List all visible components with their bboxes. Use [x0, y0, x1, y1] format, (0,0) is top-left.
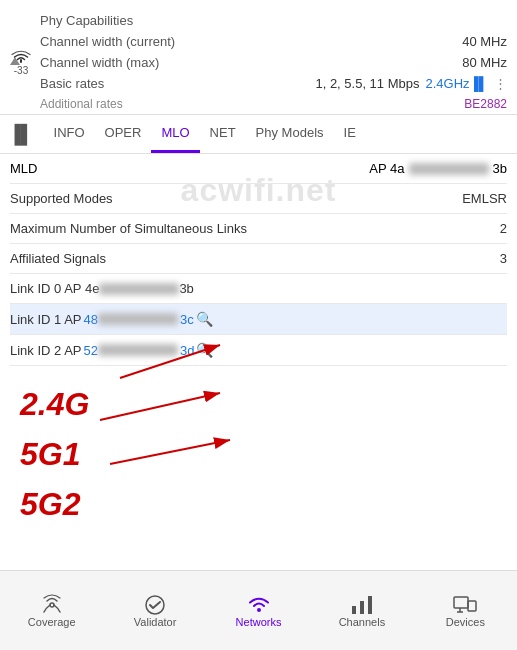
channels-icon	[350, 594, 374, 616]
search-icon-2[interactable]: 🔍	[196, 342, 213, 358]
link1-text: Link ID 1 AP	[10, 312, 82, 327]
affiliated-value: 3	[500, 251, 507, 266]
phy-cap-row: Phy Capabilities	[40, 10, 507, 31]
link2-ip	[98, 344, 178, 356]
link0-ip	[99, 283, 179, 295]
link2-ap-link[interactable]: 52	[84, 343, 98, 358]
svg-rect-6	[352, 606, 356, 614]
mld-ip-blurred	[409, 163, 489, 175]
top-bar: -33 Phy Capabilities Channel width (curr…	[0, 0, 517, 115]
max-links-value: 2	[500, 221, 507, 236]
more-icon[interactable]: ⋮	[494, 76, 507, 91]
networks-label: Networks	[236, 616, 282, 628]
nav-channels[interactable]: Channels	[310, 586, 413, 628]
validator-label: Validator	[134, 616, 177, 628]
dbm-label: -33	[14, 65, 28, 76]
svg-rect-10	[468, 601, 476, 611]
bottom-nav: Coverage Validator Networks Channels	[0, 570, 517, 650]
additional-rates-label: Additional rates	[40, 97, 123, 111]
affiliated-label: Affiliated Signals	[10, 251, 106, 266]
annotation-area: 2.4G 5G1 5G2	[10, 366, 507, 546]
channels-label: Channels	[339, 616, 385, 628]
bar-chart-icon[interactable]: ▐▌	[8, 124, 34, 145]
additional-rates-row: Additional rates BE2882	[40, 94, 507, 114]
nav-devices[interactable]: Devices	[414, 586, 517, 628]
top-header: -33 Phy Capabilities Channel width (curr…	[10, 6, 507, 114]
svg-rect-9	[454, 597, 468, 608]
phy-cap-label: Phy Capabilities	[40, 13, 133, 28]
mld-label: MLD	[10, 161, 37, 176]
link0-end: 3b	[179, 281, 193, 296]
basic-rates-value: 1, 2, 5.5, 11 Mbps	[315, 76, 419, 91]
ch-width-max-label: Channel width (max)	[40, 55, 159, 70]
ann-5g2-label: 5G2	[20, 486, 80, 523]
nav-networks[interactable]: Networks	[207, 586, 310, 628]
networks-icon	[245, 594, 273, 616]
max-links-row: Maximum Number of Simultaneous Links 2	[10, 214, 507, 244]
ch-width-current-label: Channel width (current)	[40, 34, 175, 49]
basic-rates-label: Basic rates	[40, 76, 104, 91]
tab-ie[interactable]: IE	[334, 115, 366, 153]
mld-right: AP 4a 3b	[369, 161, 507, 176]
mld-row: MLD AP 4a 3b	[10, 154, 507, 184]
ch-width-current-value: 40 MHz	[462, 34, 507, 49]
top-rows: Phy Capabilities Channel width (current)…	[40, 10, 507, 114]
nav-validator[interactable]: Validator	[103, 586, 206, 628]
link1-row: Link ID 1 AP 48 3c 🔍	[10, 304, 507, 335]
search-icon-1[interactable]: 🔍	[196, 311, 213, 327]
svg-rect-8	[368, 596, 372, 614]
basic-rates-freq[interactable]: 2.4GHz▐▌	[426, 76, 489, 91]
ch-width-current-row: Channel width (current) 40 MHz	[40, 31, 507, 52]
wifi-icon	[10, 49, 32, 65]
devices-icon	[452, 594, 478, 616]
devices-label: Devices	[446, 616, 485, 628]
mld-ap: AP 4a	[369, 161, 404, 176]
be-label: BE2882	[464, 97, 507, 111]
link1-ip	[98, 313, 178, 325]
tab-info[interactable]: INFO	[44, 115, 95, 153]
link1-ap-link[interactable]: 48	[84, 312, 98, 327]
supported-modes-value: EMLSR	[462, 191, 507, 206]
ch-width-max-row: Channel width (max) 80 MHz	[40, 52, 507, 73]
coverage-label: Coverage	[28, 616, 76, 628]
affiliated-row: Affiliated Signals 3	[10, 244, 507, 274]
supported-modes-label: Supported Modes	[10, 191, 113, 206]
max-links-label: Maximum Number of Simultaneous Links	[10, 221, 247, 236]
tab-net[interactable]: NET	[200, 115, 246, 153]
link0-text: Link ID 0 AP 4e	[10, 281, 99, 296]
link2-row: Link ID 2 AP 52 3d 🔍	[10, 335, 507, 366]
link2-text: Link ID 2 AP	[10, 343, 82, 358]
tabs-bar: ▐▌ INFO OPER MLO NET Phy Models IE	[0, 115, 517, 154]
link1-id-link[interactable]: 3c	[180, 312, 194, 327]
tab-oper[interactable]: OPER	[95, 115, 152, 153]
ann-2g-label: 2.4G	[20, 386, 89, 423]
basic-rates-row: Basic rates 1, 2, 5.5, 11 Mbps 2.4GHz▐▌ …	[40, 73, 507, 94]
ann-5g1-label: 5G1	[20, 436, 80, 473]
tab-phy-models[interactable]: Phy Models	[246, 115, 334, 153]
wifi-icon-area: -33	[10, 49, 32, 76]
svg-rect-7	[360, 601, 364, 614]
link2-id-link[interactable]: 3d	[180, 343, 194, 358]
ch-width-max-value: 80 MHz	[462, 55, 507, 70]
nav-coverage[interactable]: Coverage	[0, 586, 103, 628]
supported-modes-row: Supported Modes EMLSR	[10, 184, 507, 214]
content-area: acwifi.net MLD AP 4a 3b Supported Modes …	[0, 154, 517, 546]
link0-row: Link ID 0 AP 4e 3b	[10, 274, 507, 304]
mld-left: MLD	[10, 161, 37, 176]
coverage-icon	[39, 594, 65, 616]
tab-mlo[interactable]: MLO	[151, 115, 199, 153]
mld-id: 3b	[493, 161, 507, 176]
validator-icon	[143, 594, 167, 616]
